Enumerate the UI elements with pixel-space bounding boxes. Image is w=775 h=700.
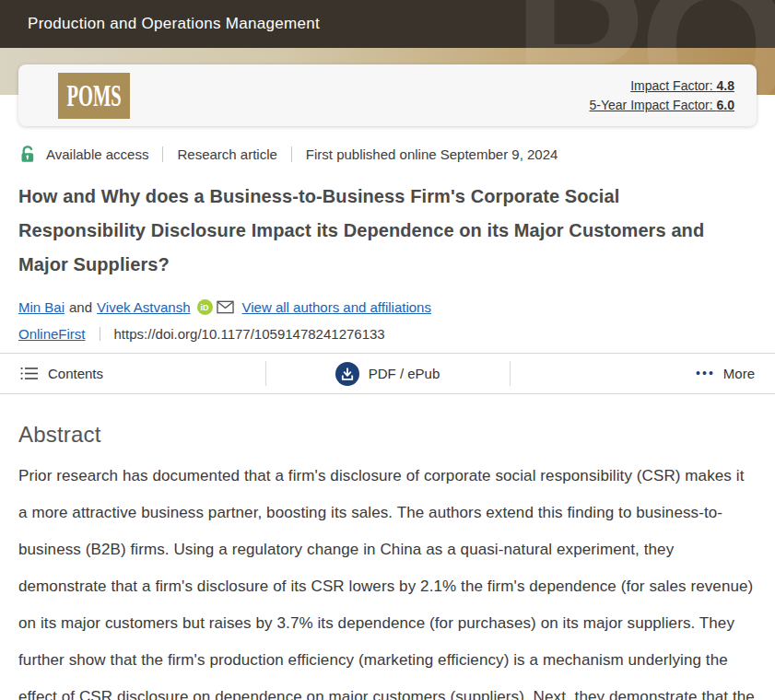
article-meta-row: Available access Research article First … — [18, 145, 757, 164]
poms-logo-text: POMS — [66, 78, 121, 113]
divider — [162, 146, 163, 162]
five-year-impact-factor-link[interactable]: 5-Year Impact Factor: 6.0 — [590, 96, 734, 115]
authors-row: Min Bai and Vivek Astvansh iD View all a… — [18, 299, 757, 315]
impact-factor-label: Impact Factor: — [630, 78, 716, 93]
open-lock-icon — [18, 145, 38, 164]
online-first-link[interactable]: OnlineFirst — [18, 326, 86, 342]
more-button[interactable]: ••• More — [510, 354, 775, 393]
article-title: How and Why does a Business-to-Business … — [18, 180, 705, 282]
more-label: More — [723, 366, 755, 381]
five-year-impact-factor-label: 5-Year Impact Factor: — [590, 98, 717, 112]
pdf-epub-label: PDF / ePub — [369, 366, 440, 381]
orcid-icon[interactable]: iD — [197, 299, 213, 315]
source-row: OnlineFirst https://doi.org/10.1177/1059… — [18, 326, 757, 342]
contents-list-icon — [20, 366, 39, 381]
article-header: Available access Research article First … — [0, 145, 775, 342]
abstract-heading: Abstract — [18, 422, 757, 448]
five-year-impact-factor-value: 6.0 — [717, 98, 734, 112]
published-date: First published online September 9, 2024 — [306, 146, 558, 162]
impact-factor-value: 4.8 — [717, 78, 734, 93]
poms-logo[interactable]: POMS — [58, 73, 130, 119]
view-all-authors-link[interactable]: View all authors and affiliations — [242, 299, 431, 315]
divider — [100, 327, 100, 341]
impact-factors: Impact Factor: 4.8 5-Year Impact Factor:… — [590, 76, 734, 115]
author-link-min-bai[interactable]: Min Bai — [18, 299, 65, 315]
pdf-epub-button[interactable]: PDF / ePub — [265, 354, 511, 393]
ellipsis-icon: ••• — [696, 366, 715, 380]
author-link-vivek-astvansh[interactable]: Vivek Astvansh — [97, 299, 190, 315]
authors-conjunction: and — [69, 299, 92, 315]
article-toolbar: Contents PDF / ePub ••• More — [0, 353, 775, 394]
article-type-label: Research article — [177, 146, 276, 162]
contents-button[interactable]: Contents — [0, 354, 265, 393]
access-label: Available access — [46, 146, 148, 162]
contents-label: Contents — [48, 366, 103, 381]
impact-factor-link[interactable]: Impact Factor: 4.8 — [590, 76, 734, 96]
abstract-text: Prior research has documented that a fir… — [18, 458, 757, 700]
abstract-section: Abstract Prior research has documented t… — [0, 422, 775, 700]
download-icon — [335, 362, 359, 386]
divider — [291, 146, 292, 162]
journal-title[interactable]: Production and Operations Management — [28, 15, 320, 33]
doi-text: https://doi.org/10.1177/1059147824127613… — [114, 326, 385, 342]
email-icon[interactable] — [217, 300, 234, 314]
masthead-card: POMS Impact Factor: 4.8 5-Year Impact Fa… — [18, 64, 757, 126]
journal-title-bar: Production and Operations Management — [0, 0, 775, 48]
